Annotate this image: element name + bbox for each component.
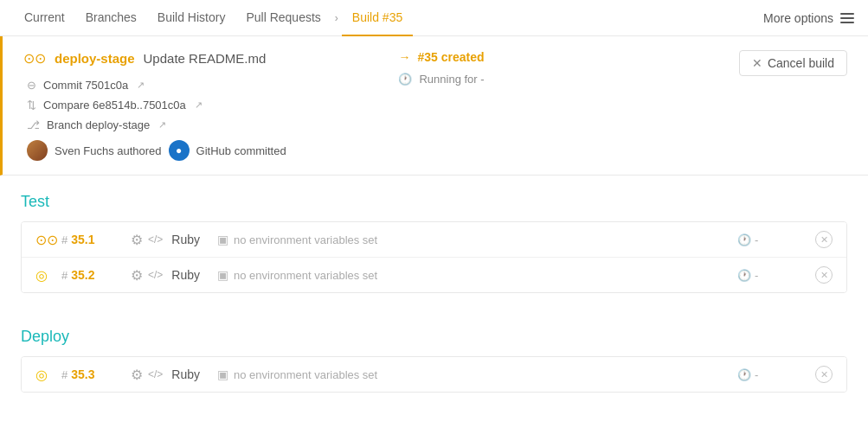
hash-icon: #	[61, 269, 68, 282]
tab-current[interactable]: Current	[14, 0, 75, 36]
env-icon: ▣	[217, 268, 228, 282]
cancel-job-button[interactable]: ✕	[815, 266, 833, 284]
clock-icon: 🕐	[398, 73, 412, 86]
running-row: 🕐 Running for -	[398, 73, 738, 86]
job-number: 35.1	[71, 233, 94, 246]
compare-text: Compare 6e8514b..7501c0a	[43, 99, 186, 112]
job-spinner-icon: ◎	[35, 267, 61, 284]
job-lang-col: ⚙</>Ruby	[131, 232, 217, 248]
build-status-row: → #35 created	[398, 50, 738, 64]
env-label: no environment variables set	[234, 269, 377, 282]
sections-container: Test⊙⊙#35.1⚙</>Ruby▣no environment varia…	[0, 176, 868, 393]
compare-icon: ⇅	[27, 99, 36, 112]
compare-meta: ⇅ Compare 6e8514b..7501c0a ↗	[27, 99, 363, 112]
job-env-col: ▣no environment variables set	[217, 233, 737, 246]
committer-text: GitHub committed	[196, 144, 286, 157]
gear-icon: ⚙	[131, 232, 143, 248]
job-list-deploy: ◎#35.3⚙</>Ruby▣no environment variables …	[21, 356, 847, 393]
lang-divider: </>	[148, 233, 163, 246]
branch-icon: ⎇	[27, 118, 40, 131]
job-list-test: ⊙⊙#35.1⚙</>Ruby▣no environment variables…	[21, 221, 847, 293]
clock-icon: 🕐	[737, 269, 751, 282]
running-spinner-icon: ⊙⊙	[23, 50, 46, 67]
hamburger-icon	[840, 13, 854, 23]
author-avatar	[27, 140, 48, 161]
job-lang-col: ⚙</>Ruby	[131, 267, 217, 284]
commit-meta: ⊖ Commit 7501c0a ↗	[27, 79, 363, 92]
github-avatar: ●	[169, 140, 190, 161]
commit-icon: ⊖	[27, 79, 36, 92]
author-text: Sven Fuchs authored	[55, 144, 162, 157]
build-header: ⊙⊙ deploy-stage Update README.md ⊖ Commi…	[0, 36, 868, 176]
section-title-deploy: Deploy	[21, 328, 847, 346]
lang-label: Ruby	[171, 367, 200, 381]
env-icon: ▣	[217, 367, 228, 381]
lang-divider: </>	[148, 269, 163, 281]
lang-label: Ruby	[171, 233, 200, 246]
job-time-col: 🕐-	[737, 269, 807, 282]
external-link-icon: ↗	[137, 80, 145, 91]
hash-icon: #	[61, 233, 68, 246]
cancel-job-button[interactable]: ✕	[815, 366, 833, 383]
job-number: 35.3	[71, 367, 94, 381]
job-action-col: ✕	[807, 266, 833, 284]
cancel-x-icon: ✕	[752, 56, 762, 70]
clock-icon: 🕐	[737, 233, 751, 246]
tab-pull-requests[interactable]: Pull Requests	[235, 0, 331, 36]
job-spinner-icon: ◎	[35, 367, 61, 383]
tab-branches[interactable]: Branches	[75, 0, 147, 36]
branch-link-icon: ↗	[158, 119, 166, 131]
job-row[interactable]: ◎#35.2⚙</>Ruby▣no environment variables …	[22, 258, 846, 292]
cancel-build-button[interactable]: ✕ Cancel build	[739, 50, 847, 76]
nav-chevron: ›	[335, 12, 338, 24]
job-time-col: 🕐-	[737, 233, 807, 246]
job-num-col: #35.2	[61, 268, 131, 282]
build-number-status: #35 created	[417, 50, 484, 64]
section-title-test: Test	[21, 193, 847, 211]
more-options-label: More options	[763, 11, 833, 25]
job-time: -	[755, 233, 758, 246]
env-icon: ▣	[217, 233, 228, 246]
clock-icon: 🕐	[737, 368, 751, 381]
job-time: -	[755, 368, 758, 381]
tab-build-history[interactable]: Build History	[147, 0, 236, 36]
job-row[interactable]: ⊙⊙#35.1⚙</>Ruby▣no environment variables…	[22, 222, 846, 258]
nav-bar: Current Branches Build History Pull Requ…	[0, 0, 868, 36]
lang-divider: </>	[148, 368, 163, 380]
job-env-col: ▣no environment variables set	[217, 268, 737, 282]
build-header-center: → #35 created 🕐 Running for -	[363, 50, 738, 86]
job-num-col: #35.3	[61, 367, 131, 381]
build-header-left: ⊙⊙ deploy-stage Update README.md ⊖ Commi…	[23, 50, 363, 161]
job-spinner-icon: ⊙⊙	[35, 232, 61, 248]
job-time: -	[755, 269, 758, 282]
job-lang-col: ⚙</>Ruby	[131, 367, 217, 383]
cancel-job-button[interactable]: ✕	[815, 231, 833, 248]
job-number: 35.2	[71, 268, 94, 282]
author-row: Sven Fuchs authored ● GitHub committed	[27, 140, 363, 161]
tab-build-35[interactable]: Build #35	[342, 0, 413, 36]
commit-message: Update README.md	[144, 51, 267, 66]
build-header-right: ✕ Cancel build	[739, 50, 847, 76]
section-test: Test⊙⊙#35.1⚙</>Ruby▣no environment varia…	[0, 176, 868, 293]
job-num-col: #35.1	[61, 233, 131, 246]
job-row[interactable]: ◎#35.3⚙</>Ruby▣no environment variables …	[22, 357, 846, 392]
job-action-col: ✕	[807, 366, 833, 383]
compare-link-icon: ↗	[195, 99, 203, 111]
running-label: Running for -	[419, 73, 484, 86]
stage-name: deploy-stage	[55, 51, 135, 66]
branch-text: Branch deploy-stage	[47, 118, 150, 131]
lang-label: Ruby	[171, 268, 200, 282]
env-label: no environment variables set	[234, 233, 377, 246]
build-title-row: ⊙⊙ deploy-stage Update README.md	[23, 50, 363, 67]
job-time-col: 🕐-	[737, 368, 807, 381]
gear-icon: ⚙	[131, 367, 143, 383]
more-options-button[interactable]: More options	[763, 11, 854, 25]
build-meta-list: ⊖ Commit 7501c0a ↗ ⇅ Compare 6e8514b..75…	[27, 79, 363, 131]
job-action-col: ✕	[807, 231, 833, 248]
env-label: no environment variables set	[234, 368, 377, 381]
section-deploy: Deploy◎#35.3⚙</>Ruby▣no environment vari…	[0, 310, 868, 393]
cancel-label: Cancel build	[768, 56, 834, 70]
gear-icon: ⚙	[131, 267, 143, 284]
job-env-col: ▣no environment variables set	[217, 367, 737, 381]
branch-meta: ⎇ Branch deploy-stage ↗	[27, 118, 363, 131]
